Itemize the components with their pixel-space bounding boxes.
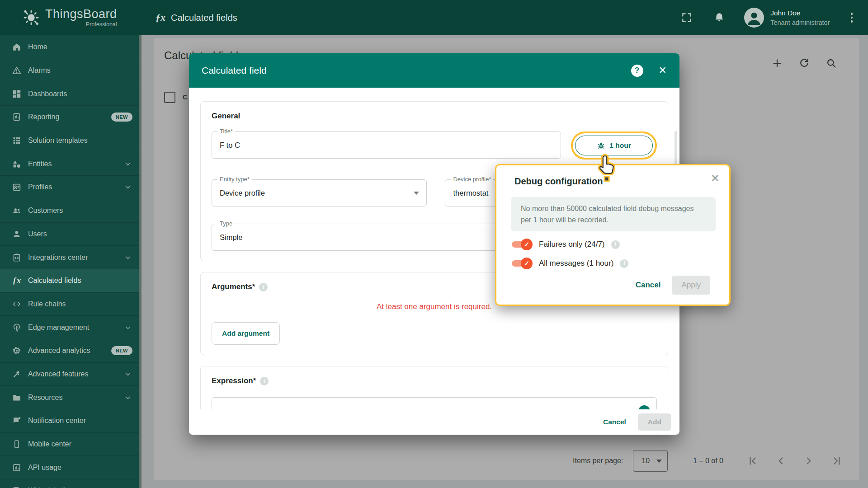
info-icon[interactable]: i xyxy=(260,377,269,385)
add-argument-button[interactable]: Add argument xyxy=(212,322,280,345)
help-icon[interactable]: ? xyxy=(631,65,643,77)
popup-cancel-button[interactable]: Cancel xyxy=(629,276,667,294)
sidebar-item-customers[interactable]: Customers xyxy=(0,199,139,222)
new-badge: NEW xyxy=(111,113,132,122)
failures-only-label: Failures only (24/7) xyxy=(539,240,605,249)
home-icon xyxy=(12,42,22,52)
chevron-down-icon xyxy=(123,393,132,402)
mobile-center-icon xyxy=(12,439,22,449)
sidebar-item-edge-management[interactable]: Edge management xyxy=(0,315,139,339)
thingsboard-logo-icon xyxy=(22,8,41,27)
info-icon[interactable]: i xyxy=(611,240,620,249)
debug-settings-button[interactable]: 1 hour xyxy=(575,136,653,155)
check-icon: ✓ xyxy=(521,258,533,269)
chevron-down-icon xyxy=(123,253,132,262)
expression-field[interactable] xyxy=(212,397,657,409)
expression-section: Expression* i xyxy=(200,366,668,409)
calculated-fields-icon: ƒx xyxy=(156,12,165,23)
sidebar-item-mobile-center[interactable]: Mobile center xyxy=(0,432,139,456)
title-field[interactable]: Title* F to C xyxy=(212,131,561,159)
sidebar-item-users[interactable]: Users xyxy=(0,222,139,246)
edge-management-icon xyxy=(12,323,22,333)
chevron-down-icon xyxy=(123,160,132,169)
entities-icon xyxy=(12,159,22,169)
info-icon[interactable]: i xyxy=(259,283,268,291)
sidebar-item-dashboards[interactable]: Dashboards xyxy=(0,82,139,105)
expand-fullscreen-icon[interactable] xyxy=(638,405,650,409)
user-menu[interactable]: John Doe Tenant administrator xyxy=(770,9,830,27)
sidebar-item-advanced-features[interactable]: Advanced features xyxy=(0,362,139,386)
dropdown-caret-icon xyxy=(414,192,419,195)
new-badge: NEW xyxy=(111,346,132,355)
topbar: ThingsBoard Professional ƒx Calculated f… xyxy=(0,0,868,35)
sidebar-item-home[interactable]: Home xyxy=(0,35,139,59)
sidebar-item-white-labeling[interactable]: White labeling xyxy=(0,479,139,488)
user-role: Tenant administrator xyxy=(770,19,830,27)
logo-title: ThingsBoard xyxy=(45,8,117,20)
entity-type-select[interactable]: Entity type* Device profile xyxy=(212,179,427,206)
sidebar-item-advanced-analytics[interactable]: Advanced analytics NEW xyxy=(0,339,139,362)
chevron-down-icon xyxy=(123,323,132,332)
sidebar-item-alarms[interactable]: Alarms xyxy=(0,59,139,82)
all-messages-toggle[interactable]: ✓ xyxy=(511,258,533,269)
info-icon[interactable]: i xyxy=(620,259,628,268)
avatar[interactable] xyxy=(744,8,764,28)
calculated-fields-icon: ƒx xyxy=(12,276,22,286)
user-name: John Doe xyxy=(770,9,830,17)
sidebar-item-solution-templates[interactable]: Solution templates xyxy=(0,129,139,152)
sidebar-item-calculated-fields[interactable]: ƒx Calculated fields xyxy=(0,269,139,292)
all-messages-label: All messages (1 hour) xyxy=(539,259,613,268)
advanced-analytics-icon xyxy=(12,346,22,356)
dashboards-icon xyxy=(12,89,22,99)
integrations-center-icon xyxy=(12,253,22,263)
sidebar-item-entities[interactable]: Entities xyxy=(0,152,139,175)
arguments-heading: Arguments* xyxy=(212,282,255,291)
sidebar-item-profiles[interactable]: Profiles xyxy=(0,175,139,199)
notification-center-icon xyxy=(12,416,22,426)
users-icon xyxy=(12,229,22,239)
popup-title: Debug configuration xyxy=(514,176,710,187)
more-vert-icon[interactable] xyxy=(848,10,856,25)
title-field-label: Title* xyxy=(217,128,235,135)
profiles-icon xyxy=(12,182,22,192)
advanced-features-icon xyxy=(12,369,22,379)
resources-folder-icon xyxy=(12,393,22,403)
fullscreen-icon[interactable] xyxy=(681,12,693,23)
sidebar-item-integrations-center[interactable]: Integrations center xyxy=(0,245,139,269)
device-profile-label: Device profile* xyxy=(451,176,493,183)
add-button[interactable]: Add xyxy=(638,413,671,431)
customers-icon xyxy=(12,206,22,216)
screen: { "topbar": { "logo_title": "ThingsBoard… xyxy=(0,0,868,488)
close-icon[interactable]: ✕ xyxy=(659,66,667,75)
expression-heading: Expression* xyxy=(212,376,256,385)
device-profile-value: thermostat xyxy=(453,189,488,197)
sidebar-item-api-usage[interactable]: API usage xyxy=(0,455,139,479)
popup-apply-button[interactable]: Apply xyxy=(672,276,710,295)
chevron-down-icon xyxy=(123,370,132,379)
debug-button-label: 1 hour xyxy=(609,141,631,150)
sidebar: Home Alarms Dashboards Reporting NEW Sol… xyxy=(0,35,139,488)
cancel-button[interactable]: Cancel xyxy=(595,414,634,430)
failures-only-toggle[interactable]: ✓ xyxy=(511,239,533,250)
alarms-icon xyxy=(12,66,22,75)
title-field-value: F to C xyxy=(220,141,240,150)
dialog-title: Calculated field xyxy=(202,65,631,76)
all-messages-row: ✓ All messages (1 hour) i xyxy=(511,257,710,270)
white-labeling-icon xyxy=(12,486,22,488)
sidebar-item-rule-chains[interactable]: Rule chains xyxy=(0,292,139,316)
bug-icon xyxy=(597,141,605,150)
failures-only-row: ✓ Failures only (24/7) i xyxy=(511,238,710,251)
solution-templates-icon xyxy=(12,136,22,145)
type-field-label: Type xyxy=(217,220,235,227)
sidebar-item-notification-center[interactable]: Notification center xyxy=(0,409,139,432)
sidebar-item-resources[interactable]: Resources xyxy=(0,385,139,409)
close-icon[interactable]: ✕ xyxy=(711,174,719,183)
sidebar-item-reporting[interactable]: Reporting NEW xyxy=(0,105,139,129)
page-title: Calculated fields xyxy=(171,13,237,23)
debug-configuration-popup: Debug configuration ✕ No more than 50000… xyxy=(495,164,731,306)
notifications-bell-icon[interactable] xyxy=(713,12,725,23)
logo-subtitle: Professional xyxy=(45,22,117,28)
dialog-footer: Cancel Add xyxy=(189,409,679,435)
check-icon: ✓ xyxy=(521,239,533,250)
thingsboard-logo[interactable]: ThingsBoard Professional xyxy=(22,8,130,28)
